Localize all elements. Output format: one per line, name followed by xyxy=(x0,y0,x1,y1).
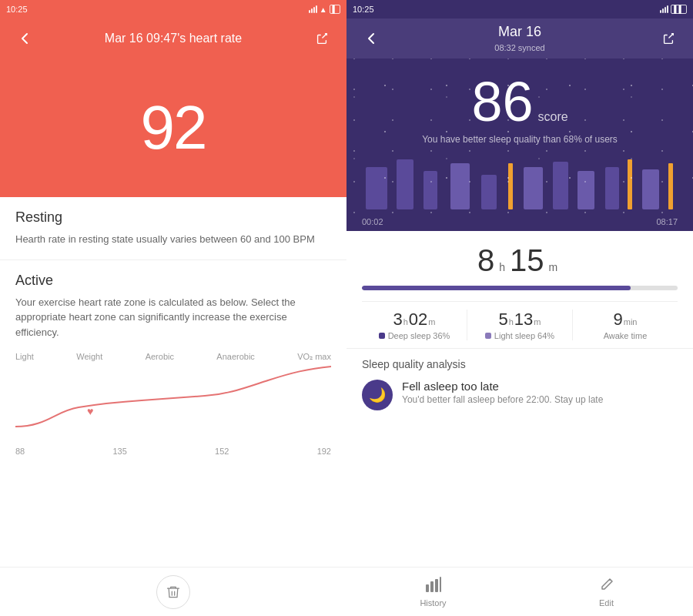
svg-rect-2 xyxy=(397,159,413,209)
left-panel: 10:25 ▲ ▌ Mar 16 09:47's heart rate xyxy=(0,0,346,616)
total-hours: 8 xyxy=(477,243,494,278)
quality-item-title: Fell asleep too late xyxy=(402,380,603,393)
zone-weight: Weight xyxy=(76,352,102,362)
svg-rect-12 xyxy=(642,169,659,209)
left-content: Resting Hearth rate in resting state usu… xyxy=(0,197,346,567)
light-m-unit: m xyxy=(534,317,541,326)
sync-time: 08:32 synced xyxy=(494,43,544,52)
light-sleep-item: 5 h 13 m Light sleep 64% xyxy=(467,310,573,340)
deep-sleep-time: 3 h 02 m xyxy=(362,310,467,330)
right-header-center: Mar 16 08:32 synced xyxy=(383,24,656,54)
svg-rect-4 xyxy=(450,163,470,209)
zone-labels: Light Weight Aerobic Anaerobic VO₂ max xyxy=(15,352,331,362)
bpm-labels: 88 135 152 192 xyxy=(15,447,331,456)
svg-rect-11 xyxy=(628,159,632,209)
resting-desc: Hearth rate in resting state usually var… xyxy=(15,232,331,247)
quality-item-desc: You'd better fall asleep before 22:00. S… xyxy=(402,394,603,405)
heart-rate-title: Mar 16 09:47's heart rate xyxy=(37,32,310,45)
back-button[interactable] xyxy=(12,26,37,51)
awake-unit: min xyxy=(624,317,638,326)
history-label: History xyxy=(420,598,446,608)
svg-rect-17 xyxy=(440,577,441,592)
heart-zone-chart-area: Light Weight Aerobic Anaerobic VO₂ max ♥… xyxy=(0,352,346,567)
edit-label: Edit xyxy=(599,598,614,608)
right-panel: 10:25 ▌▌ Mar 16 08:32 synced xyxy=(346,0,693,616)
resting-section: Resting Hearth rate in resting state usu… xyxy=(0,197,346,260)
sleep-chart-svg xyxy=(362,156,678,209)
active-section: Active Your exercise heart rate zone is … xyxy=(0,260,346,353)
mins-unit: m xyxy=(548,261,557,273)
svg-rect-3 xyxy=(424,171,437,209)
heart-rate-display: 92 xyxy=(0,59,346,197)
left-status-icons: ▲ ▌ xyxy=(309,5,340,14)
deep-mins: 02 xyxy=(409,310,427,330)
left-header: Mar 16 09:47's heart rate xyxy=(0,18,346,59)
left-status-time: 10:25 xyxy=(6,5,28,14)
sleep-date: Mar 16 xyxy=(383,24,656,40)
deep-h-unit: h xyxy=(403,317,408,326)
edit-tab[interactable]: Edit xyxy=(520,577,693,608)
quality-text: Fell asleep too late You'd better fall a… xyxy=(402,380,603,405)
zone-aerobic: Aerobic xyxy=(146,352,174,362)
svg-rect-5 xyxy=(481,175,497,209)
svg-rect-1 xyxy=(366,167,387,209)
bpm-152: 152 xyxy=(215,447,229,456)
moon-icon: 🌙 xyxy=(362,380,393,410)
sleep-score: 86 xyxy=(471,74,533,129)
light-h-unit: h xyxy=(509,317,514,326)
zone-vo2: VO₂ max xyxy=(297,352,331,362)
awake-label-row: Awake time xyxy=(573,331,678,340)
right-battery-icon: ▌▌ xyxy=(671,5,687,14)
quality-title: Sleep quality analysis xyxy=(362,358,678,370)
history-icon xyxy=(425,577,442,596)
right-status-bar: 10:25 ▌▌ xyxy=(346,0,693,18)
wifi-icon: ▲ xyxy=(320,5,327,14)
battery-icon: ▌ xyxy=(330,5,340,14)
zone-anaerobic: Anaerobic xyxy=(216,352,255,362)
right-status-icons: ▌▌ xyxy=(660,5,687,14)
left-status-bar: 10:25 ▲ ▌ xyxy=(0,0,346,18)
deep-dot xyxy=(379,333,385,339)
light-label: Light sleep 64% xyxy=(494,331,554,340)
svg-rect-8 xyxy=(553,162,568,209)
light-mins: 13 xyxy=(514,310,533,330)
sleep-progress-fill xyxy=(362,286,631,290)
zone-light: Light xyxy=(15,352,34,362)
sleep-score-area: 86 score You have better sleep quality t… xyxy=(346,59,693,217)
right-share-button[interactable] xyxy=(656,26,681,51)
awake-item: 9 min Awake time xyxy=(573,310,678,340)
deep-sleep-item: 3 h 02 m Deep sleep 36% xyxy=(362,310,467,340)
svg-rect-16 xyxy=(435,579,438,592)
svg-rect-13 xyxy=(668,163,673,209)
svg-rect-10 xyxy=(605,167,619,209)
total-sleep-display: 8 h 15 m xyxy=(362,243,678,278)
active-desc: Your exercise heart rate zone is calcula… xyxy=(15,295,331,340)
awake-mins: 9 xyxy=(614,310,623,330)
right-signal-icon xyxy=(660,5,668,13)
light-sleep-time: 5 h 13 m xyxy=(467,310,572,330)
light-dot xyxy=(485,333,491,339)
deep-hours: 3 xyxy=(393,310,402,330)
signal-icon xyxy=(309,5,317,13)
svg-rect-14 xyxy=(426,584,429,592)
awake-time: 9 min xyxy=(573,310,678,330)
heart-rate-value: 92 xyxy=(141,92,206,163)
sleep-stats-area: 8 h 15 m 3 h 02 m Deep sleep 36% xyxy=(346,231,693,348)
svg-rect-6 xyxy=(508,163,513,209)
history-tab[interactable]: History xyxy=(346,577,520,608)
share-button[interactable] xyxy=(310,26,334,51)
quality-item: 🌙 Fell asleep too late You'd better fall… xyxy=(362,380,678,410)
right-status-time: 10:25 xyxy=(353,5,374,14)
sleep-time-labels: 00:02 08:17 xyxy=(346,217,693,231)
right-back-button[interactable] xyxy=(359,26,383,51)
right-footer: History Edit xyxy=(346,567,693,616)
delete-button[interactable] xyxy=(156,575,190,609)
left-footer xyxy=(0,567,346,616)
bpm-192: 192 xyxy=(317,447,331,456)
light-label-row: Light sleep 64% xyxy=(467,331,572,340)
heart-zone-svg: ♥ xyxy=(15,365,331,442)
svg-text:♥: ♥ xyxy=(87,405,94,417)
score-comparison: You have better sleep quality than 68% o… xyxy=(362,134,678,145)
deep-label-row: Deep sleep 36% xyxy=(362,331,467,340)
total-mins: 15 xyxy=(510,243,544,278)
